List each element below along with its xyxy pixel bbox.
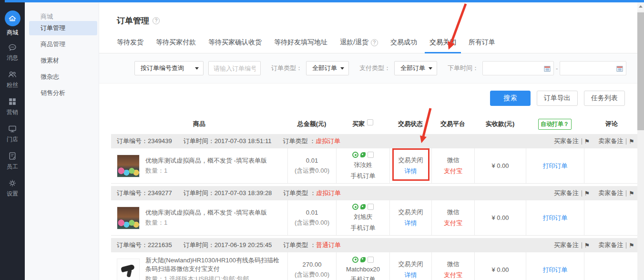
buyer-note-link[interactable]: 买家备注⚑ <box>554 189 590 197</box>
tab-awaiting-confirm-receipt[interactable]: 等待买家确认收货 <box>208 38 262 47</box>
select-value: 全部订单 <box>312 64 337 73</box>
print-order-link[interactable]: 打印订单 <box>543 162 568 170</box>
sidebar-item-order-management[interactable]: 订单管理 <box>29 21 97 35</box>
calendar-icon[interactable] <box>544 65 551 72</box>
rail-item-settings[interactable]: 设置 <box>7 178 18 198</box>
date-from-input[interactable] <box>482 61 554 75</box>
platform-alipay: 支付宝 <box>444 167 462 176</box>
row-checkbox[interactable] <box>368 257 374 263</box>
help-icon[interactable]: ? <box>371 39 378 46</box>
rail-item-fans[interactable]: 粉丝 <box>7 70 18 89</box>
order-header-bar: 订单编号：2349277 订单时间：2017-07-03 18:39:28 订单… <box>111 186 639 200</box>
print-order-link[interactable]: 打印订单 <box>543 266 568 274</box>
tab-awaiting-friend-address[interactable]: 等待好友填写地址 <box>274 38 327 47</box>
order-channel: 手机订单 <box>351 172 376 180</box>
tab-all-orders[interactable]: 所有订单 <box>469 38 495 47</box>
product-title: 优物库测试虚拟商品，概不发货 -填写表单版 <box>145 156 267 165</box>
row-checkbox[interactable] <box>368 204 374 210</box>
export-orders-button[interactable]: 订单导出 <box>537 91 578 106</box>
flag-icon[interactable]: ⚑ <box>582 138 590 145</box>
product-title: 优物库测试虚拟商品，概不发货 -填写表单版 <box>145 208 267 217</box>
seller-note-link[interactable]: 卖家备注⚑ <box>598 189 634 197</box>
rail-item-messages[interactable]: 消息 <box>7 42 18 62</box>
store-icon <box>8 124 17 134</box>
status-text: 交易关闭 <box>399 260 423 269</box>
query-type-select[interactable]: 按订单编号查询 <box>134 61 204 75</box>
order-row: 新大陆(Newland)HR1030/HR100有线条码扫描枪 条码扫描器微信支… <box>111 252 639 280</box>
status-cell: 交易关闭 详情 <box>389 148 431 183</box>
order-header-bar: 订单编号：2221635 订单时间：2017-06-19 20:25:45 订单… <box>111 238 639 252</box>
platform-wechat: 微信 <box>447 156 460 165</box>
top-accent-bar <box>5 0 644 2</box>
rail-label: 营销 <box>7 108 18 116</box>
rail-item-staff[interactable]: 员工 <box>7 151 18 171</box>
order-number-input[interactable] <box>208 61 261 75</box>
details-link[interactable]: 详情 <box>405 219 417 228</box>
platform-wechat: 微信 <box>447 208 460 217</box>
print-order-link[interactable]: 打印订单 <box>543 214 568 222</box>
task-list-button[interactable]: 任务列表 <box>584 91 625 106</box>
tab-awaiting-shipment[interactable]: 等待发货 <box>117 38 143 47</box>
flag-icon[interactable]: ⚑ <box>626 242 634 249</box>
order-number-value: 2349439 <box>148 137 172 145</box>
buyer-note-link[interactable]: 买家备注⚑ <box>554 137 590 145</box>
calendar-icon[interactable] <box>616 65 623 72</box>
amount-cell: 0.01 (含运费0.00) <box>287 200 336 235</box>
order-number: 订单编号：2349277 <box>117 189 172 197</box>
seller-note-link[interactable]: 卖家备注⚑ <box>598 137 634 145</box>
rail-label: 设置 <box>7 190 18 198</box>
comment-cell <box>584 200 639 235</box>
seller-note-label: 卖家备注 <box>598 189 623 197</box>
shipping-fee: (含运费0.00) <box>295 166 329 175</box>
shipping-fee: (含运费0.00) <box>295 218 329 227</box>
rail-label: 商城 <box>7 29 18 37</box>
platform-alipay: 支付宝 <box>444 271 462 280</box>
order-time-value: 2017-06-19 20:25:45 <box>215 241 272 249</box>
tab-transaction-closed[interactable]: 交易关闭 <box>429 38 456 47</box>
scrollbar-thumb[interactable] <box>637 12 644 130</box>
buyer-name: Matchbox20 <box>346 266 380 273</box>
seller-note-link[interactable]: 卖家备注⚑ <box>598 241 634 249</box>
rail-item-stores[interactable]: 门店 <box>7 124 18 144</box>
order-time: 订单时间：2017-07-03 18:39:28 <box>184 189 272 197</box>
details-link[interactable]: 详情 <box>405 167 417 176</box>
tab-awaiting-payment[interactable]: 等待买家付款 <box>156 38 196 47</box>
order-list: 订单编号：2349439 订单时间：2017-07-03 18:51:11 订单… <box>111 134 639 280</box>
print-cell: 打印订单 <box>526 252 584 280</box>
rail-item-mall[interactable]: 商城 <box>5 10 20 37</box>
flag-icon[interactable]: ⚑ <box>626 190 634 197</box>
received-amount: ¥ 0.00 <box>491 214 509 221</box>
flag-icon[interactable]: ⚑ <box>626 138 634 145</box>
search-button[interactable]: 搜索 <box>490 91 531 106</box>
rail-item-marketing[interactable]: 营销 <box>7 97 18 116</box>
buyer-note-link[interactable]: 买家备注⚑ <box>554 241 590 249</box>
sidebar-item-product-management[interactable]: 商品管理 <box>29 37 97 52</box>
order-type-select[interactable]: 全部订单 <box>306 61 349 75</box>
order-row: 优物库测试虚拟商品，概不发货 -填写表单版 数量：1 0.01 (含运费0.00… <box>111 148 639 184</box>
sidebar-item-sales-analysis[interactable]: 销售分析 <box>29 86 97 100</box>
tab-refunds[interactable]: 退款/退货? <box>340 38 378 47</box>
help-icon[interactable]: ? <box>153 17 160 24</box>
sidebar-item-micro-material[interactable]: 微素材 <box>29 53 97 68</box>
tab-transaction-success[interactable]: 交易成功 <box>390 38 417 47</box>
column-status: 交易状态 <box>389 120 431 128</box>
order-notes: 买家备注⚑ 卖家备注⚑ <box>554 189 634 197</box>
order-type-value: 虚拟订单 <box>316 189 341 197</box>
print-cell: 打印订单 <box>526 200 584 235</box>
flag-icon[interactable]: ⚑ <box>582 190 590 197</box>
autoprint-badge[interactable]: 自动打单？ <box>538 119 572 130</box>
row-checkbox[interactable] <box>368 152 374 158</box>
pay-type-select[interactable]: 全部订单 <box>394 61 437 75</box>
details-link[interactable]: 详情 <box>405 271 417 280</box>
order-meta: 订单编号：2349277 订单时间：2017-07-03 18:39:28 订单… <box>117 189 341 197</box>
order-channel: 手机订单 <box>351 275 376 280</box>
pay-type-label: 支付类型： <box>359 64 390 73</box>
flag-icon[interactable]: ⚑ <box>582 242 590 249</box>
sidebar-item-micro-magazine[interactable]: 微杂志 <box>29 70 97 84</box>
select-all-checkbox[interactable] <box>367 119 373 125</box>
fans-icon <box>8 70 17 79</box>
column-buyer: 买家 <box>336 120 389 128</box>
shipping-fee: (含运费0.00) <box>295 270 329 279</box>
date-to-input[interactable] <box>560 61 626 75</box>
scrollbar-up-button[interactable] <box>637 2 644 10</box>
